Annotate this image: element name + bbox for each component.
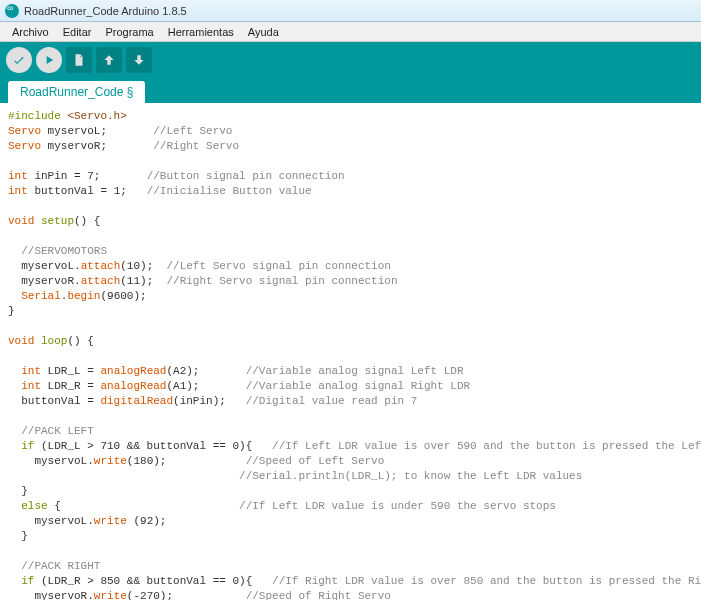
arrow-right-icon bbox=[42, 53, 56, 67]
code-token: attach bbox=[81, 260, 121, 272]
code-token: void bbox=[8, 335, 34, 347]
code-token: //Left Servo bbox=[153, 125, 232, 137]
menubar: Archivo Editar Programa Herramientas Ayu… bbox=[0, 22, 701, 42]
code-token: //If Left LDR value is over 590 and the … bbox=[272, 440, 701, 452]
code-token: myservoR; bbox=[41, 140, 153, 152]
code-token: attach bbox=[81, 275, 121, 287]
code-token: //Speed of Left Servo bbox=[246, 455, 385, 467]
code-token: //Digital value read pin 7 bbox=[246, 395, 418, 407]
code-token: Servo bbox=[8, 125, 41, 137]
code-token: (A1); bbox=[166, 380, 245, 392]
code-token: inPin = 7; bbox=[28, 170, 147, 182]
code-token: //PACK RIGHT bbox=[8, 560, 100, 572]
code-token: write bbox=[94, 590, 127, 600]
code-token: if bbox=[8, 440, 34, 452]
code-token: myservoL; bbox=[41, 125, 153, 137]
code-token: LDR_R = bbox=[41, 380, 100, 392]
code-token: myservoL. bbox=[8, 515, 94, 527]
code-token: begin bbox=[67, 290, 100, 302]
code-editor[interactable]: #include <Servo.h> Servo myservoL; //Lef… bbox=[0, 103, 701, 600]
code-token: int bbox=[8, 380, 41, 392]
code-token: setup bbox=[34, 215, 74, 227]
code-token: buttonVal = bbox=[8, 395, 100, 407]
code-token: loop bbox=[34, 335, 67, 347]
code-token: (180); bbox=[127, 455, 246, 467]
toolbar bbox=[0, 42, 701, 77]
code-token: <Servo.h> bbox=[61, 110, 127, 122]
open-button[interactable] bbox=[96, 47, 122, 73]
code-token: (10); bbox=[120, 260, 166, 272]
code-token: () { bbox=[67, 335, 93, 347]
code-token: } bbox=[8, 530, 28, 542]
code-token: //Inicialise Button value bbox=[147, 185, 312, 197]
new-button[interactable] bbox=[66, 47, 92, 73]
window-titlebar: RoadRunner_Code Arduino 1.8.5 bbox=[0, 0, 701, 22]
code-token: (LDR_L > 710 && buttonVal == 0){ bbox=[34, 440, 272, 452]
code-token: digitalRead bbox=[100, 395, 173, 407]
tab-roadrunner-code[interactable]: RoadRunner_Code § bbox=[8, 81, 145, 103]
code-token: } bbox=[8, 485, 28, 497]
file-icon bbox=[72, 53, 86, 67]
code-token: //If Right LDR value is over 850 and the… bbox=[272, 575, 701, 587]
code-token: (inPin); bbox=[173, 395, 246, 407]
verify-button[interactable] bbox=[6, 47, 32, 73]
menu-ayuda[interactable]: Ayuda bbox=[241, 24, 286, 40]
menu-editar[interactable]: Editar bbox=[56, 24, 99, 40]
code-token: Servo bbox=[8, 140, 41, 152]
check-icon bbox=[12, 53, 26, 67]
code-token: //Right Servo bbox=[153, 140, 239, 152]
code-token: analogRead bbox=[100, 380, 166, 392]
arduino-logo-icon bbox=[5, 4, 19, 18]
code-token: myservoR. bbox=[8, 275, 81, 287]
code-token: //If Left LDR value is under 590 the ser… bbox=[239, 500, 556, 512]
code-token: write bbox=[94, 455, 127, 467]
code-token: { bbox=[48, 500, 239, 512]
menu-archivo[interactable]: Archivo bbox=[5, 24, 56, 40]
arrow-down-icon bbox=[132, 53, 146, 67]
code-token: //Serial.println(LDR_L); to know the Lef… bbox=[8, 470, 582, 482]
menu-herramientas[interactable]: Herramientas bbox=[161, 24, 241, 40]
code-token: buttonVal = 1; bbox=[28, 185, 147, 197]
code-token: //PACK LEFT bbox=[8, 425, 94, 437]
code-token: //Variable analog signal Left LDR bbox=[246, 365, 464, 377]
code-token: (11); bbox=[120, 275, 166, 287]
code-token: //Speed of Right Servo bbox=[246, 590, 391, 600]
menu-programa[interactable]: Programa bbox=[98, 24, 160, 40]
code-token: myservoL. bbox=[8, 260, 81, 272]
code-token: int bbox=[8, 185, 28, 197]
code-token: } bbox=[8, 305, 15, 317]
code-token: void bbox=[8, 215, 34, 227]
code-token: myservoR. bbox=[8, 590, 94, 600]
code-token: //Variable analog signal Right LDR bbox=[246, 380, 470, 392]
code-token: (-270); bbox=[127, 590, 246, 600]
upload-button[interactable] bbox=[36, 47, 62, 73]
save-button[interactable] bbox=[126, 47, 152, 73]
code-token: write bbox=[94, 515, 127, 527]
code-token: myservoL. bbox=[8, 455, 94, 467]
code-token: //Right Servo signal pin connection bbox=[166, 275, 397, 287]
code-token: (LDR_R > 850 && buttonVal == 0){ bbox=[34, 575, 272, 587]
code-token: int bbox=[8, 170, 28, 182]
code-token: (A2); bbox=[166, 365, 245, 377]
code-token: LDR_L = bbox=[41, 365, 100, 377]
code-token: #include bbox=[8, 110, 61, 122]
code-token: (9600); bbox=[100, 290, 146, 302]
code-token: //Button signal pin connection bbox=[147, 170, 345, 182]
window-title: RoadRunner_Code Arduino 1.8.5 bbox=[24, 5, 187, 17]
code-token: (92); bbox=[127, 515, 167, 527]
code-token: //Left Servo signal pin connection bbox=[166, 260, 390, 272]
code-token: () { bbox=[74, 215, 100, 227]
code-token: int bbox=[8, 365, 41, 377]
tabbar: RoadRunner_Code § bbox=[0, 77, 701, 103]
code-token: analogRead bbox=[100, 365, 166, 377]
code-token: if bbox=[8, 575, 34, 587]
arrow-up-icon bbox=[102, 53, 116, 67]
code-token: Serial bbox=[8, 290, 61, 302]
code-token: else bbox=[8, 500, 48, 512]
code-token: //SERVOMOTORS bbox=[8, 245, 107, 257]
